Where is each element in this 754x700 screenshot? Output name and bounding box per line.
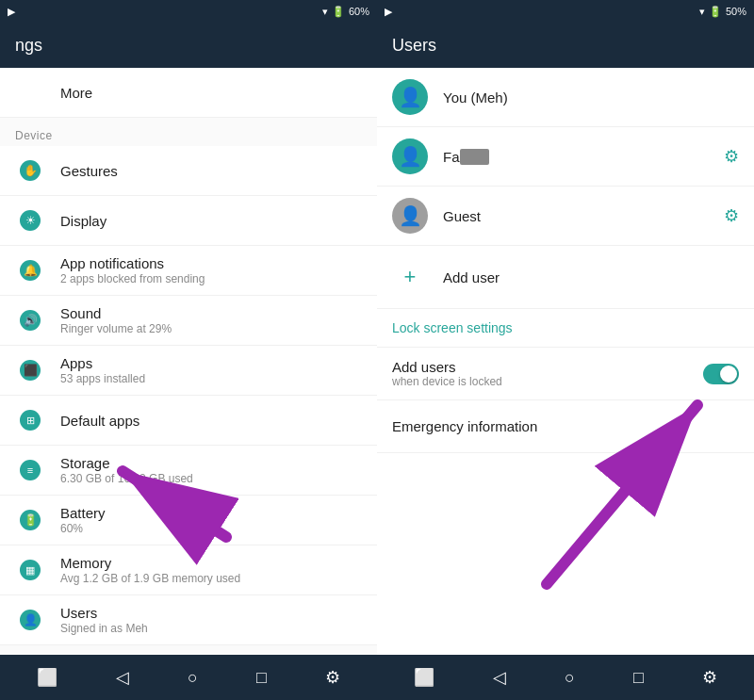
wifi-icon: ▾ (322, 6, 328, 18)
right-home-button[interactable]: ○ (549, 660, 590, 695)
right-wifi-icon: ▾ (699, 6, 705, 18)
battery-subtitle: 60% (60, 522, 362, 535)
storage-title: Storage (60, 455, 362, 471)
add-users-row[interactable]: Add users when device is locked (377, 348, 754, 400)
lock-screen-settings-link[interactable]: Lock screen settings (377, 309, 754, 348)
right-battery-indicator: 🔋 (709, 6, 722, 18)
guest-gear-icon[interactable]: ⚙ (724, 205, 739, 226)
storage-icon: ≡ (15, 455, 45, 485)
display-icon: ☀ (15, 205, 45, 236)
back-button[interactable]: ◁ (101, 659, 144, 695)
add-user-label: Add user (443, 269, 500, 285)
more-icon (15, 77, 45, 107)
right-app-bar: Users (377, 23, 754, 68)
right-play-icon: ▶ (385, 6, 392, 18)
add-users-subtitle: when device is locked (392, 375, 703, 388)
you-avatar: 👤 (392, 79, 428, 115)
plus-icon: + (392, 259, 428, 295)
home-button[interactable]: ○ (172, 660, 213, 695)
guest-name: Guest (443, 208, 724, 224)
users-icon: 👤 (15, 605, 45, 635)
display-title: Display (60, 213, 362, 229)
add-users-title: Add users (392, 359, 703, 375)
apps-icon: ⬛ (15, 355, 45, 385)
users-item[interactable]: 👤 Users Signed in as Meh (0, 595, 377, 645)
storage-item[interactable]: ≡ Storage 6.30 GB of 16.00 GB used (0, 446, 377, 496)
right-recent-button[interactable]: □ (618, 660, 659, 695)
fa-name: Fa███ (443, 149, 724, 165)
recent-button[interactable]: □ (241, 660, 282, 695)
battery-title: Battery (60, 505, 362, 521)
user-guest-item[interactable]: 👤 Guest ⚙ (377, 187, 754, 246)
notifications-subtitle: 2 apps blocked from sending (60, 272, 362, 285)
right-settings-button[interactable]: ⚙ (687, 659, 732, 695)
memory-item[interactable]: ▦ Memory Avg 1.2 GB of 1.9 GB memory use… (0, 545, 377, 595)
memory-title: Memory (60, 555, 362, 571)
right-back-button[interactable]: ◁ (478, 659, 521, 695)
gestures-title: Gestures (60, 163, 362, 179)
right-phone: ▶ ▾ 🔋 50% Users 👤 You (Meh) 👤 Fa███ ⚙ 👤 … (377, 0, 754, 700)
toggle-thumb (720, 366, 737, 383)
notifications-icon: 🔔 (15, 255, 45, 285)
users-title: Users (60, 605, 362, 621)
users-content: 👤 You (Meh) 👤 Fa███ ⚙ 👤 Guest ⚙ + Add us… (377, 68, 754, 655)
screenshot-button[interactable]: ⬜ (22, 659, 73, 695)
storage-subtitle: 6.30 GB of 16.00 GB used (60, 472, 362, 485)
fa-avatar: 👤 (392, 138, 428, 174)
fa-gear-icon[interactable]: ⚙ (724, 146, 739, 167)
personal-section-header: Personal (0, 645, 377, 655)
right-status-bar: ▶ ▾ 🔋 50% (377, 0, 754, 23)
add-user-item[interactable]: + Add user (377, 246, 754, 309)
battery-indicator: 🔋 (332, 6, 345, 18)
you-name: You (Meh) (443, 90, 739, 106)
emergency-info-row[interactable]: Emergency information (377, 400, 754, 453)
display-item[interactable]: ☀ Display (0, 196, 377, 246)
battery-percent: 60% (349, 6, 369, 17)
sound-subtitle: Ringer volume at 29% (60, 322, 362, 335)
apps-subtitle: 53 apps installed (60, 372, 362, 385)
right-app-title: Users (392, 36, 436, 56)
left-bottom-nav: ⬜ ◁ ○ □ ⚙ (0, 655, 377, 700)
add-users-toggle[interactable] (703, 364, 739, 384)
more-label: More (60, 85, 362, 101)
app-notifications-item[interactable]: 🔔 App notifications 2 apps blocked from … (0, 246, 377, 296)
sound-icon: 🔊 (15, 305, 45, 335)
apps-item[interactable]: ⬛ Apps 53 apps installed (0, 346, 377, 396)
sound-title: Sound (60, 305, 362, 321)
default-apps-title: Default apps (60, 413, 362, 429)
emergency-info-title: Emergency information (392, 418, 739, 434)
users-subtitle: Signed in as Meh (60, 622, 362, 635)
right-screenshot-button[interactable]: ⬜ (399, 659, 450, 695)
gestures-icon: ✋ (15, 155, 45, 186)
right-bottom-nav: ⬜ ◁ ○ □ ⚙ (377, 655, 754, 700)
left-status-bar: ▶ ▾ 🔋 60% (0, 0, 377, 23)
play-icon: ▶ (8, 6, 15, 18)
battery-item[interactable]: 🔋 Battery 60% (0, 496, 377, 545)
user-fa-item[interactable]: 👤 Fa███ ⚙ (377, 127, 754, 187)
guest-avatar: 👤 (392, 198, 428, 234)
battery-icon: 🔋 (15, 505, 45, 535)
settings-button[interactable]: ⚙ (310, 659, 355, 695)
left-app-title: ngs (15, 36, 42, 56)
left-app-bar: ngs (0, 23, 377, 68)
device-section-header: Device (0, 118, 377, 146)
default-apps-item[interactable]: ⊞ Default apps (0, 396, 377, 446)
more-item[interactable]: More (0, 68, 377, 118)
apps-title: Apps (60, 355, 362, 371)
gestures-item[interactable]: ✋ Gestures (0, 146, 377, 196)
left-phone: ▶ ▾ 🔋 60% ngs More Device ✋ Gestures (0, 0, 377, 700)
sound-item[interactable]: 🔊 Sound Ringer volume at 29% (0, 296, 377, 346)
right-battery-percent: 50% (726, 6, 746, 17)
notifications-title: App notifications (60, 255, 362, 271)
left-content: More Device ✋ Gestures ☀ Display (0, 68, 377, 655)
memory-icon: ▦ (15, 555, 45, 585)
default-apps-icon: ⊞ (15, 405, 45, 435)
memory-subtitle: Avg 1.2 GB of 1.9 GB memory used (60, 572, 362, 585)
user-you-item[interactable]: 👤 You (Meh) (377, 68, 754, 127)
